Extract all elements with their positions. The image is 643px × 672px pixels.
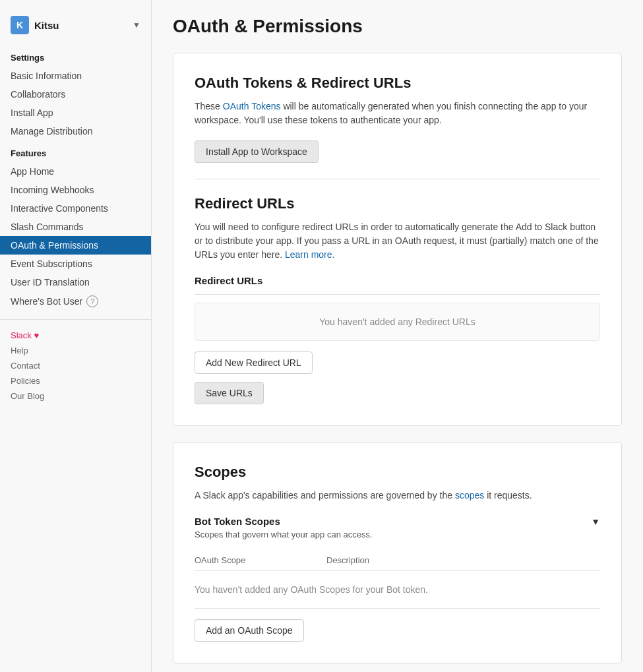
add-new-redirect-url-button[interactable]: Add New Redirect URL: [195, 351, 313, 374]
footer-link-our-blog[interactable]: Our Blog: [11, 388, 140, 404]
add-oauth-scope-button[interactable]: Add an OAuth Scope: [195, 619, 304, 642]
scopes-link[interactable]: scopes: [455, 490, 484, 501]
settings-section-title: Settings: [0, 45, 151, 67]
redirect-urls-description: You will need to configure redirect URLs…: [195, 220, 600, 262]
scopes-card-description: A Slack app's capabilities and permissio…: [195, 489, 600, 503]
main-content: OAuth & Permissions OAuth Tokens & Redir…: [152, 0, 643, 672]
scopes-table-header: OAuth Scope Description: [195, 550, 600, 571]
app-selector-arrow: ▼: [133, 20, 140, 30]
bot-token-scopes-arrow: ▼: [591, 516, 600, 527]
save-urls-row: Save URLs: [195, 382, 600, 404]
sidebar-item-manage-distribution[interactable]: Manage Distribution: [0, 122, 151, 140]
settings-nav: Basic Information Collaborators Install …: [0, 67, 151, 140]
oauth-divider: [195, 179, 600, 179]
app-icon: K: [11, 16, 29, 34]
sidebar-item-incoming-webhooks[interactable]: Incoming Webhooks: [0, 181, 151, 199]
sidebar-item-interactive-components[interactable]: Interactive Components: [0, 199, 151, 218]
scopes-card: Scopes A Slack app's capabilities and pe…: [173, 442, 622, 663]
sidebar-divider: [0, 319, 151, 320]
sidebar-item-collaborators[interactable]: Collaborators: [0, 85, 151, 104]
sidebar-item-event-subscriptions[interactable]: Event Subscriptions: [0, 255, 151, 273]
save-urls-button[interactable]: Save URLs: [195, 382, 264, 404]
footer-link-help[interactable]: Help: [11, 343, 140, 358]
sidebar-item-oauth-permissions[interactable]: OAuth & Permissions: [0, 236, 151, 255]
redirect-urls-divider: [195, 294, 600, 295]
sidebar-item-user-id-translation[interactable]: User ID Translation: [0, 273, 151, 291]
bot-token-scopes-title: Bot Token Scopes: [195, 516, 280, 527]
learn-more-link[interactable]: Learn more.: [285, 249, 334, 260]
scopes-empty-state: You haven't added any OAuth Scopes for y…: [195, 571, 600, 609]
sidebar-item-app-home[interactable]: App Home: [0, 162, 151, 181]
slack-love[interactable]: Slack ♥: [11, 328, 140, 343]
oauth-tokens-link[interactable]: OAuth Tokens: [223, 101, 281, 111]
bot-token-scopes-accordion[interactable]: Bot Token Scopes ▼: [195, 516, 600, 527]
sidebar-footer: Slack ♥ Help Contact Policies Our Blog: [0, 328, 151, 404]
page-title: OAuth & Permissions: [173, 16, 622, 37]
app-selector[interactable]: K Kitsu ▼: [0, 11, 151, 45]
redirect-urls-title: Redirect URLs: [195, 195, 600, 212]
sidebar-item-wheres-bot-user[interactable]: Where's Bot User ?: [0, 291, 151, 311]
redirect-url-actions: Add New Redirect URL: [195, 351, 600, 374]
sidebar: K Kitsu ▼ Settings Basic Information Col…: [0, 0, 152, 672]
features-section-title: Features: [0, 140, 151, 162]
redirect-urls-empty-state: You haven't added any Redirect URLs: [195, 303, 600, 341]
app-name: Kitsu: [34, 20, 127, 31]
sidebar-item-slash-commands[interactable]: Slash Commands: [0, 218, 151, 236]
oauth-card-title: OAuth Tokens & Redirect URLs: [195, 75, 600, 92]
scopes-col-description-header: Description: [326, 555, 600, 565]
redirect-urls-subtitle: Redirect URLs: [195, 275, 600, 286]
oauth-card: OAuth Tokens & Redirect URLs These OAuth…: [173, 53, 622, 426]
sidebar-item-install-app[interactable]: Install App: [0, 104, 151, 122]
scopes-card-title: Scopes: [195, 464, 600, 481]
scopes-col-oauth-header: OAuth Scope: [195, 555, 326, 565]
footer-link-contact[interactable]: Contact: [11, 358, 140, 373]
features-nav: App Home Incoming Webhooks Interactive C…: [0, 162, 151, 311]
wheres-bot-user-help-icon[interactable]: ?: [86, 295, 98, 307]
install-app-to-workspace-button[interactable]: Install App to Workspace: [195, 140, 319, 163]
oauth-card-description: These OAuth Tokens will be automatically…: [195, 100, 600, 127]
bot-token-scopes-subtitle: Scopes that govern what your app can acc…: [195, 530, 600, 539]
footer-link-policies[interactable]: Policies: [11, 373, 140, 388]
sidebar-item-basic-information[interactable]: Basic Information: [0, 67, 151, 85]
